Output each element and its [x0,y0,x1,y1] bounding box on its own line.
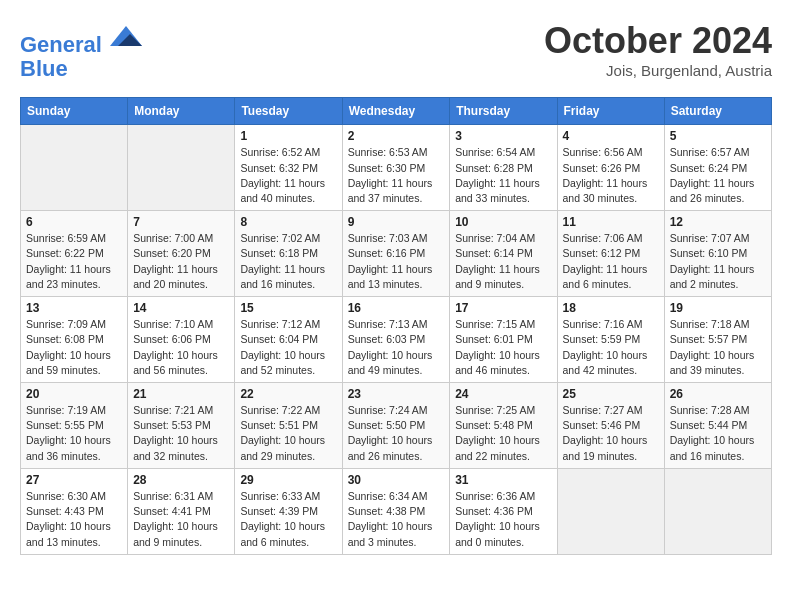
week-row-3: 13Sunrise: 7:09 AM Sunset: 6:08 PM Dayli… [21,297,772,383]
logo-icon [110,20,142,52]
calendar-cell: 16Sunrise: 7:13 AM Sunset: 6:03 PM Dayli… [342,297,450,383]
weekday-header-tuesday: Tuesday [235,98,342,125]
week-row-1: 1Sunrise: 6:52 AM Sunset: 6:32 PM Daylig… [21,125,772,211]
calendar-cell: 5Sunrise: 6:57 AM Sunset: 6:24 PM Daylig… [664,125,771,211]
day-number: 20 [26,387,122,401]
day-info: Sunrise: 7:10 AM Sunset: 6:06 PM Dayligh… [133,317,229,378]
calendar-cell [21,125,128,211]
day-number: 31 [455,473,551,487]
week-row-5: 27Sunrise: 6:30 AM Sunset: 4:43 PM Dayli… [21,468,772,554]
calendar-cell: 7Sunrise: 7:00 AM Sunset: 6:20 PM Daylig… [128,211,235,297]
day-number: 7 [133,215,229,229]
day-info: Sunrise: 6:52 AM Sunset: 6:32 PM Dayligh… [240,145,336,206]
calendar-cell: 14Sunrise: 7:10 AM Sunset: 6:06 PM Dayli… [128,297,235,383]
calendar-cell [128,125,235,211]
month-title: October 2024 [544,20,772,62]
calendar-cell: 21Sunrise: 7:21 AM Sunset: 5:53 PM Dayli… [128,383,235,469]
weekday-header-friday: Friday [557,98,664,125]
weekday-header-monday: Monday [128,98,235,125]
day-number: 26 [670,387,766,401]
day-number: 18 [563,301,659,315]
calendar-cell: 15Sunrise: 7:12 AM Sunset: 6:04 PM Dayli… [235,297,342,383]
title-block: October 2024 Jois, Burgenland, Austria [544,20,772,79]
day-number: 10 [455,215,551,229]
day-info: Sunrise: 7:24 AM Sunset: 5:50 PM Dayligh… [348,403,445,464]
calendar-cell: 23Sunrise: 7:24 AM Sunset: 5:50 PM Dayli… [342,383,450,469]
calendar-cell: 12Sunrise: 7:07 AM Sunset: 6:10 PM Dayli… [664,211,771,297]
day-info: Sunrise: 7:02 AM Sunset: 6:18 PM Dayligh… [240,231,336,292]
day-info: Sunrise: 6:30 AM Sunset: 4:43 PM Dayligh… [26,489,122,550]
day-info: Sunrise: 7:06 AM Sunset: 6:12 PM Dayligh… [563,231,659,292]
calendar-cell: 9Sunrise: 7:03 AM Sunset: 6:16 PM Daylig… [342,211,450,297]
day-number: 6 [26,215,122,229]
calendar-cell: 31Sunrise: 6:36 AM Sunset: 4:36 PM Dayli… [450,468,557,554]
day-info: Sunrise: 7:27 AM Sunset: 5:46 PM Dayligh… [563,403,659,464]
weekday-header-thursday: Thursday [450,98,557,125]
day-info: Sunrise: 7:13 AM Sunset: 6:03 PM Dayligh… [348,317,445,378]
day-info: Sunrise: 7:28 AM Sunset: 5:44 PM Dayligh… [670,403,766,464]
day-number: 14 [133,301,229,315]
day-number: 17 [455,301,551,315]
day-number: 2 [348,129,445,143]
day-info: Sunrise: 7:03 AM Sunset: 6:16 PM Dayligh… [348,231,445,292]
day-info: Sunrise: 6:36 AM Sunset: 4:36 PM Dayligh… [455,489,551,550]
day-number: 22 [240,387,336,401]
day-number: 24 [455,387,551,401]
day-info: Sunrise: 6:57 AM Sunset: 6:24 PM Dayligh… [670,145,766,206]
day-info: Sunrise: 6:33 AM Sunset: 4:39 PM Dayligh… [240,489,336,550]
day-info: Sunrise: 6:31 AM Sunset: 4:41 PM Dayligh… [133,489,229,550]
calendar-cell [557,468,664,554]
calendar-cell: 4Sunrise: 6:56 AM Sunset: 6:26 PM Daylig… [557,125,664,211]
page-header: General Blue October 2024 Jois, Burgenla… [20,20,772,81]
weekday-header-row: SundayMondayTuesdayWednesdayThursdayFrid… [21,98,772,125]
day-info: Sunrise: 7:19 AM Sunset: 5:55 PM Dayligh… [26,403,122,464]
calendar-cell: 25Sunrise: 7:27 AM Sunset: 5:46 PM Dayli… [557,383,664,469]
logo-general: General [20,32,102,57]
weekday-header-wednesday: Wednesday [342,98,450,125]
day-number: 27 [26,473,122,487]
calendar-header: SundayMondayTuesdayWednesdayThursdayFrid… [21,98,772,125]
day-number: 12 [670,215,766,229]
day-info: Sunrise: 6:34 AM Sunset: 4:38 PM Dayligh… [348,489,445,550]
day-info: Sunrise: 7:09 AM Sunset: 6:08 PM Dayligh… [26,317,122,378]
day-info: Sunrise: 7:15 AM Sunset: 6:01 PM Dayligh… [455,317,551,378]
day-info: Sunrise: 6:54 AM Sunset: 6:28 PM Dayligh… [455,145,551,206]
calendar-cell: 17Sunrise: 7:15 AM Sunset: 6:01 PM Dayli… [450,297,557,383]
day-info: Sunrise: 7:21 AM Sunset: 5:53 PM Dayligh… [133,403,229,464]
calendar-cell [664,468,771,554]
day-info: Sunrise: 7:16 AM Sunset: 5:59 PM Dayligh… [563,317,659,378]
day-info: Sunrise: 7:07 AM Sunset: 6:10 PM Dayligh… [670,231,766,292]
week-row-4: 20Sunrise: 7:19 AM Sunset: 5:55 PM Dayli… [21,383,772,469]
day-number: 29 [240,473,336,487]
day-number: 30 [348,473,445,487]
calendar-cell: 1Sunrise: 6:52 AM Sunset: 6:32 PM Daylig… [235,125,342,211]
calendar-cell: 2Sunrise: 6:53 AM Sunset: 6:30 PM Daylig… [342,125,450,211]
weekday-header-saturday: Saturday [664,98,771,125]
day-info: Sunrise: 7:25 AM Sunset: 5:48 PM Dayligh… [455,403,551,464]
day-number: 21 [133,387,229,401]
day-number: 16 [348,301,445,315]
day-number: 13 [26,301,122,315]
logo: General Blue [20,20,142,81]
calendar-cell: 6Sunrise: 6:59 AM Sunset: 6:22 PM Daylig… [21,211,128,297]
calendar-cell: 8Sunrise: 7:02 AM Sunset: 6:18 PM Daylig… [235,211,342,297]
day-number: 28 [133,473,229,487]
day-number: 19 [670,301,766,315]
day-number: 25 [563,387,659,401]
calendar-cell: 20Sunrise: 7:19 AM Sunset: 5:55 PM Dayli… [21,383,128,469]
calendar-cell: 22Sunrise: 7:22 AM Sunset: 5:51 PM Dayli… [235,383,342,469]
calendar-cell: 13Sunrise: 7:09 AM Sunset: 6:08 PM Dayli… [21,297,128,383]
day-number: 15 [240,301,336,315]
day-number: 5 [670,129,766,143]
calendar-cell: 3Sunrise: 6:54 AM Sunset: 6:28 PM Daylig… [450,125,557,211]
day-info: Sunrise: 7:04 AM Sunset: 6:14 PM Dayligh… [455,231,551,292]
day-info: Sunrise: 7:12 AM Sunset: 6:04 PM Dayligh… [240,317,336,378]
location-subtitle: Jois, Burgenland, Austria [544,62,772,79]
calendar-cell: 18Sunrise: 7:16 AM Sunset: 5:59 PM Dayli… [557,297,664,383]
logo-blue: Blue [20,56,68,81]
day-number: 23 [348,387,445,401]
day-number: 3 [455,129,551,143]
day-number: 11 [563,215,659,229]
day-number: 9 [348,215,445,229]
calendar-cell: 28Sunrise: 6:31 AM Sunset: 4:41 PM Dayli… [128,468,235,554]
